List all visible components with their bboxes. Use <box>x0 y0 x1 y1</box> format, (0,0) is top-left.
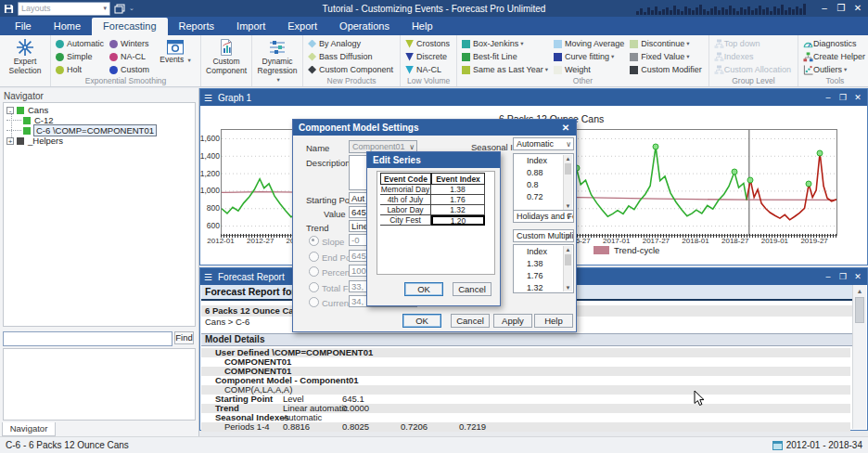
find-results-list[interactable] <box>3 348 196 421</box>
graph-close-button[interactable]: ✕ <box>850 89 865 106</box>
ribbon-item-custom-component[interactable]: Custom Component <box>306 63 395 76</box>
ribbon-item-box-jenkins[interactable]: Box-Jenkins▾ <box>460 37 550 50</box>
find-input[interactable] <box>3 331 172 346</box>
report-close-button[interactable]: ✕ <box>850 268 865 285</box>
graph-window-titlebar[interactable]: ☰ Graph 1 – ❐ ✕ <box>200 89 867 106</box>
list-scrollbar[interactable]: ▲▼ <box>563 155 572 210</box>
save-icon[interactable] <box>4 4 14 14</box>
app-minimize-button[interactable]: – <box>816 0 833 17</box>
tab-file[interactable]: File <box>4 18 43 35</box>
ribbon-item-custom-modifier[interactable]: Custom Modifier <box>628 63 704 76</box>
ribbon-item-outliers[interactable]: Outliers▾ <box>801 63 867 76</box>
edit-series-ok-button[interactable]: OK <box>404 282 443 296</box>
tree-item-label[interactable]: C-6 \COMP=COMPONENT01 <box>34 125 156 136</box>
ribbon-item-by-analogy[interactable]: By Analogy <box>306 37 395 50</box>
list-scrollbar[interactable]: ▲▼ <box>563 246 572 291</box>
tree-item-label[interactable]: Cans <box>28 105 48 115</box>
scrollbar-thumb[interactable] <box>565 254 571 265</box>
edit-series-cell[interactable]: 1.32 <box>431 205 485 215</box>
ribbon-item-bass-diffusion[interactable]: Bass Diffusion <box>306 50 395 63</box>
cms-help-button[interactable]: Help <box>534 314 573 328</box>
app-close-button[interactable]: ✕ <box>849 0 866 17</box>
seasonal-index-list[interactable]: Index0.880.80.72▲▼ <box>513 153 574 212</box>
cms-close-icon[interactable]: ✕ <box>559 120 572 136</box>
report-minimize-button[interactable]: – <box>821 268 836 285</box>
ribbon-item-custom[interactable]: Custom <box>108 63 151 76</box>
ribbon-button-custom-component[interactable]: Custom Component <box>204 37 249 76</box>
cms-ok-button[interactable]: OK <box>402 314 441 328</box>
seasonal-indexes-combobox[interactable]: Automatic <box>513 137 574 150</box>
scroll-down-icon[interactable]: ▼ <box>564 202 572 210</box>
holidays-combobox[interactable]: Holidays and Festi <box>513 210 574 223</box>
ribbon-item-na-cl[interactable]: NA-CL <box>108 50 151 63</box>
scrollbar-thumb[interactable] <box>855 297 864 323</box>
tree-item-c-6[interactable]: C-6 \COMP=COMPONENT01 <box>6 125 156 136</box>
x-tick-label: 2017-01 <box>603 237 630 245</box>
ribbon-item-same-as-last-year[interactable]: Same as Last Year▾ <box>460 63 550 76</box>
ribbon-item-automatic[interactable]: Automatic <box>54 37 106 50</box>
ribbon-item-winters[interactable]: Winters <box>108 37 151 50</box>
ribbon-button-events[interactable]: Events ▾ <box>153 37 198 66</box>
graph-minimize-button[interactable]: – <box>821 89 836 106</box>
scroll-up-icon[interactable]: ▲ <box>564 155 572 162</box>
edit-series-cell[interactable]: City Fest <box>380 215 431 226</box>
window-menu-icon[interactable]: ☰ <box>204 272 212 282</box>
ribbon-item-holt[interactable]: Holt <box>54 63 106 76</box>
tree-expander-icon[interactable]: - <box>6 107 14 114</box>
cms-dialog-titlebar[interactable]: Component Model Settings ✕ <box>293 120 576 136</box>
ribbon-item-na-cl[interactable]: NA-CL <box>403 63 452 76</box>
edit-series-cell[interactable]: 1.76 <box>431 195 485 205</box>
ribbon-item-discontinue[interactable]: Discontinue▾ <box>628 37 704 50</box>
tree-expander-icon[interactable]: + <box>6 137 14 145</box>
tree-item-c-12[interactable]: C-12 <box>6 115 54 125</box>
tab-import[interactable]: Import <box>225 18 276 35</box>
scroll-down-icon[interactable]: ▼ <box>564 284 572 291</box>
ribbon-item-weight[interactable]: Weight <box>552 63 626 76</box>
scroll-up-icon[interactable]: ▲ <box>853 285 866 297</box>
edit-series-cell[interactable]: 1.20 <box>431 215 485 226</box>
tab-export[interactable]: Export <box>276 18 328 35</box>
ribbon-item-best-fit-line[interactable]: Best-fit Line <box>460 50 550 63</box>
scrollbar-thumb[interactable] <box>565 163 571 175</box>
tab-reports[interactable]: Reports <box>168 18 226 35</box>
cms-cancel-button[interactable]: Cancel <box>451 314 490 328</box>
edit-series-cell[interactable]: Labor Day <box>380 205 431 215</box>
custom-multiplicative-combobox[interactable]: Custom Multiplicati <box>513 229 574 242</box>
ribbon-item-discrete[interactable]: Discrete <box>403 50 452 63</box>
edit-series-cell[interactable]: 1.38 <box>431 185 485 195</box>
scroll-up-icon[interactable]: ▲ <box>564 246 572 253</box>
layouts-combobox[interactable]: Layouts ▾ <box>18 2 110 16</box>
find-button[interactable]: Find <box>174 331 194 344</box>
edit-series-cell[interactable]: Memorial Day <box>380 185 431 195</box>
edit-series-titlebar[interactable]: Edit Series <box>367 152 500 168</box>
edit-series-cancel-button[interactable]: Cancel <box>453 282 491 296</box>
tree-item-label[interactable]: C-12 <box>34 115 54 125</box>
tab-operations[interactable]: Operations <box>328 18 401 35</box>
tree-item-label[interactable]: _Helpers <box>28 136 63 146</box>
navigator-bottom-tab[interactable]: Navigator <box>2 422 56 436</box>
tree-item-helpers[interactable]: +_Helpers <box>6 136 63 146</box>
cms-apply-button[interactable]: Apply <box>493 314 532 328</box>
ribbon-item-crostons[interactable]: Crostons <box>403 37 452 50</box>
ribbon-item-create-helper[interactable]: Create Helper <box>801 50 867 63</box>
report-maximize-button[interactable]: ❐ <box>836 268 850 285</box>
report-scrollbar[interactable]: ▲ <box>852 285 866 429</box>
graph-maximize-button[interactable]: ❐ <box>836 89 850 106</box>
tab-help[interactable]: Help <box>401 18 444 35</box>
ribbon-item-fixed-value[interactable]: Fixed Value▾ <box>628 50 704 63</box>
tab-forecasting[interactable]: Forecasting <box>92 18 167 35</box>
window-layout-icon[interactable] <box>114 4 125 14</box>
ribbon-button-dynamic-regression[interactable]: Dynamic Regression ▾ <box>255 37 300 85</box>
ribbon-item-diagnostics[interactable]: Diagnostics <box>801 37 867 50</box>
ribbon-item-simple[interactable]: Simple <box>54 50 106 63</box>
ribbon-item-curve-fitting[interactable]: Curve fitting▾ <box>552 50 626 63</box>
ribbon-button-expert-selection[interactable]: Expert Selection <box>3 37 47 76</box>
tree-item-cans[interactable]: -Cans <box>6 105 48 115</box>
qat-customize-icon[interactable]: ⌄ <box>129 5 134 12</box>
event-index-list[interactable]: Index1.381.761.32▲▼ <box>513 244 574 293</box>
window-menu-icon[interactable]: ☰ <box>204 93 212 103</box>
ribbon-item-moving-average[interactable]: Moving Average <box>552 37 626 50</box>
edit-series-cell[interactable]: 4th of July <box>380 195 431 205</box>
tab-home[interactable]: Home <box>43 18 92 35</box>
app-maximize-button[interactable]: ❐ <box>833 0 849 17</box>
